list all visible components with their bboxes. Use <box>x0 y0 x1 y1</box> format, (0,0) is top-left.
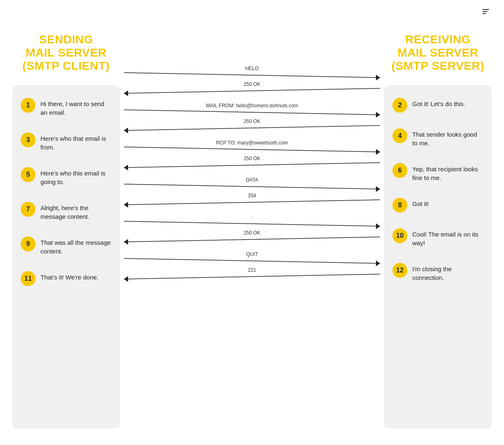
svg-marker-1 <box>376 75 380 80</box>
left-step-5: 5 Here's who this email is going to. <box>21 167 112 186</box>
svg-text:250 OK: 250 OK <box>244 81 261 87</box>
svg-line-12 <box>124 147 380 152</box>
step-badge-7: 7 <box>21 202 36 217</box>
svg-marker-16 <box>124 165 128 170</box>
step-text-11: That's it! We're done. <box>40 271 99 282</box>
left-step-11: 11 That's it! We're done. <box>21 271 112 286</box>
svg-line-21 <box>124 200 380 205</box>
svg-line-27 <box>124 237 380 242</box>
left-panel: SENDINGMAIL SERVER(SMTP CLIENT) 1 Hi the… <box>12 33 120 428</box>
svg-text:MAIL FROM: hello@homers-dohnut: MAIL FROM: hello@homers-dohnuts.com <box>206 103 298 109</box>
step-text-1: Hi there, I want to send an email. <box>40 98 112 117</box>
step-badge-6: 6 <box>392 163 407 178</box>
step-badge-12: 12 <box>392 263 407 278</box>
step-text-6: Yep, that recipient looks fine to me. <box>412 163 483 182</box>
svg-line-30 <box>124 258 380 263</box>
svg-line-24 <box>124 221 380 226</box>
left-step-3: 3 Here's who that email is from. <box>21 133 112 151</box>
step-badge-1: 1 <box>21 98 36 113</box>
svg-text:250 OK: 250 OK <box>244 118 261 124</box>
svg-marker-22 <box>124 202 128 208</box>
right-steps: 2 Got it! Let's do this. 4 That sender l… <box>384 85 492 428</box>
right-step-10: 10 Cool! The email is on its way! <box>392 228 483 247</box>
right-step-6: 6 Yep, that recipient looks fine to me. <box>392 163 483 182</box>
arrows-diagram: HELO250 OKMAIL FROM: hello@homers-dohnut… <box>120 65 384 424</box>
svg-marker-4 <box>124 90 128 96</box>
logo <box>483 9 492 14</box>
right-step-2: 2 Got it! Let's do this. <box>392 98 483 113</box>
step-badge-2: 2 <box>392 98 407 113</box>
step-text-3: Here's who that email is from. <box>40 133 112 151</box>
step-text-7: Alright, here's the message content. <box>40 202 112 221</box>
step-badge-10: 10 <box>392 228 407 243</box>
svg-marker-19 <box>376 186 380 192</box>
step-text-9: That was all the message content. <box>40 237 112 256</box>
step-badge-3: 3 <box>21 133 36 147</box>
left-steps: 1 Hi there, I want to send an email. 3 H… <box>12 85 120 428</box>
right-title: RECEIVINGMAIL SERVER(SMTP SERVER) <box>384 33 492 73</box>
step-text-4: That sender looks good to me. <box>412 128 483 147</box>
step-badge-11: 11 <box>21 271 36 286</box>
svg-line-9 <box>124 125 380 130</box>
svg-line-3 <box>124 88 380 93</box>
svg-marker-25 <box>376 223 380 229</box>
step-text-2: Got it! Let's do this. <box>412 98 465 108</box>
svg-marker-28 <box>124 239 128 245</box>
main-container: SENDINGMAIL SERVER(SMTP CLIENT) 1 Hi the… <box>0 0 504 445</box>
svg-line-0 <box>124 73 380 78</box>
step-text-5: Here's who this email is going to. <box>40 167 112 186</box>
step-text-10: Cool! The email is on its way! <box>412 228 483 247</box>
step-badge-4: 4 <box>392 128 407 143</box>
svg-marker-7 <box>376 112 380 118</box>
svg-line-33 <box>124 274 380 279</box>
svg-marker-10 <box>124 128 128 133</box>
svg-line-6 <box>124 110 380 115</box>
step-badge-5: 5 <box>21 167 36 182</box>
left-step-7: 7 Alright, here's the message content. <box>21 202 112 221</box>
left-step-1: 1 Hi there, I want to send an email. <box>21 98 112 117</box>
right-step-4: 4 That sender looks good to me. <box>392 128 483 147</box>
logo-icon <box>483 9 489 14</box>
step-badge-9: 9 <box>21 237 36 251</box>
right-panel: RECEIVINGMAIL SERVER(SMTP SERVER) 2 Got … <box>384 33 492 428</box>
right-step-8: 8 Got it! <box>392 198 483 213</box>
right-step-12: 12 I'm closing the connection. <box>392 263 483 282</box>
center-panel: HELO250 OKMAIL FROM: hello@homers-dohnut… <box>120 33 384 428</box>
svg-line-18 <box>124 184 380 189</box>
svg-text:250 OK: 250 OK <box>244 156 261 161</box>
step-text-8: Got it! <box>412 198 429 208</box>
step-text-12: I'm closing the connection. <box>412 263 483 282</box>
svg-text:250 OK: 250 OK <box>244 230 261 236</box>
svg-marker-31 <box>376 260 380 266</box>
step-badge-8: 8 <box>392 198 407 213</box>
svg-text:RCP TO: mary@sweettooth.com: RCP TO: mary@sweettooth.com <box>216 140 288 146</box>
svg-text:QUIT: QUIT <box>246 251 258 257</box>
left-title: SENDINGMAIL SERVER(SMTP CLIENT) <box>12 33 120 73</box>
svg-text:DATA: DATA <box>246 177 258 183</box>
svg-marker-34 <box>124 276 128 282</box>
svg-text:354: 354 <box>248 193 256 199</box>
svg-text:HELO: HELO <box>245 66 259 71</box>
svg-line-15 <box>124 163 380 168</box>
svg-marker-13 <box>376 149 380 155</box>
left-step-9: 9 That was all the message content. <box>21 237 112 256</box>
svg-text:.: . <box>251 214 252 220</box>
svg-text:221: 221 <box>248 267 256 273</box>
